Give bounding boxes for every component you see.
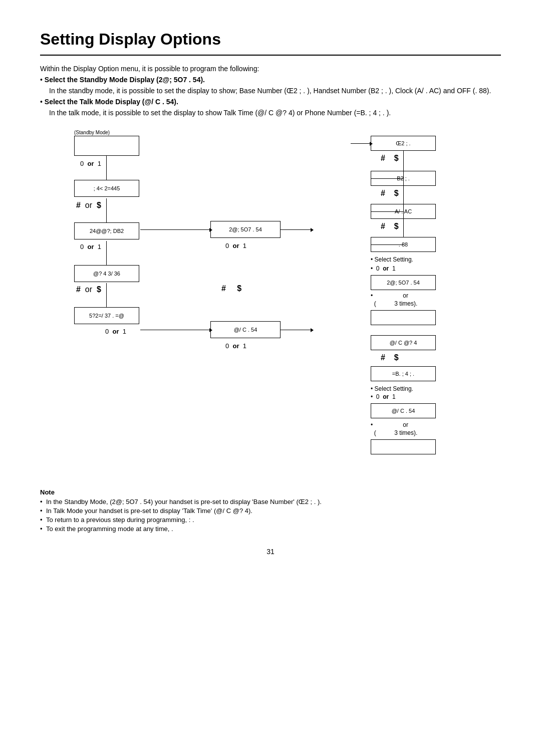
box-left2: ; 4< 2=445: [74, 180, 139, 197]
arrow-to-right1: [351, 143, 370, 144]
hline-right2: [371, 178, 403, 179]
select-setting2b: • 0 or 1: [371, 393, 396, 400]
arrow-down4: [106, 283, 107, 308]
or-3times-top: ( 3 times).: [371, 300, 417, 307]
vline-right1: [403, 151, 404, 237]
select-setting2: • Select Setting.: [371, 385, 413, 392]
bullet1-text: In the standby mode, it is possible to s…: [49, 87, 501, 95]
arrow-down1: [106, 156, 107, 181]
box-left4: @? 4 3/ 36: [74, 265, 139, 282]
box-right8: @/ C . 54: [371, 403, 436, 418]
intro-text: Within the Display Option menu, it is po…: [40, 65, 501, 73]
hline-right4: [371, 244, 403, 245]
arrow-center1-right: [281, 229, 311, 230]
arrow-left-center1: [140, 229, 209, 230]
box-right7: =B. ; 4 ; .: [371, 366, 436, 381]
box-left1: [74, 136, 139, 156]
hash-dollar-center: # $: [221, 284, 241, 293]
or-dollar-label2: # or $: [76, 285, 101, 294]
box-right-empty1: [371, 310, 436, 325]
or-label-top: • or: [371, 292, 408, 299]
hash-dollar-right6: # $: [381, 353, 399, 362]
or1-label3: 0 or 1: [105, 328, 126, 335]
standby-mode-label: (Standby Mode): [74, 130, 110, 135]
or-label-bottom: • or: [371, 421, 408, 428]
arrow-center2-right: [281, 330, 311, 330]
or1-center2: 0 or 1: [225, 342, 246, 350]
arrow-down3: [106, 241, 107, 266]
hash-dollar-right3: # $: [381, 222, 399, 231]
or1-label2: 0 or 1: [80, 243, 101, 250]
box-center2: @/ C . 54: [210, 321, 281, 338]
box-right1: Œ2 ; .: [371, 136, 436, 151]
select-setting1b: • 0 or 1: [371, 265, 396, 272]
or1-center1: 0 or 1: [225, 242, 246, 249]
bullet2-label: Select the Talk Mode Display (@/ C . 54)…: [45, 98, 178, 106]
note-list: In the Standby Mode, (2@; 5O7 . 54) your…: [40, 498, 501, 533]
box-right6: @/ C @? 4: [371, 335, 436, 350]
note-item-4: To exit the programming mode at any time…: [40, 525, 501, 533]
note-item-3: To return to a previous step during prog…: [40, 516, 501, 524]
box-left3: 24@@?; DB2: [74, 222, 139, 239]
page-number: 31: [40, 548, 501, 556]
or-3times-bottom: ( 3 times).: [371, 429, 417, 436]
box-right-empty2: [371, 439, 436, 454]
or-dollar-label1: # or $: [76, 201, 101, 210]
hash-dollar-right1: # $: [381, 154, 399, 163]
bullet1-label: Select the Standby Mode Display (2@; 5O7…: [45, 76, 205, 84]
arrow-down2: [106, 198, 107, 223]
bullet2-text: In the talk mode, it is possible to set …: [49, 109, 501, 117]
note-section: Note In the Standby Mode, (2@; 5O7 . 54)…: [40, 488, 501, 533]
box-right5: 2@; 5O7 . 54: [371, 275, 436, 290]
bullet1: • Select the Standby Mode Display (2@; 5…: [40, 76, 501, 84]
hline-right3: [371, 211, 403, 212]
box-left5: 5?2=/ 37 . =@: [74, 307, 139, 324]
arrow-left-center2: [140, 330, 209, 330]
page-title: Setting Display Options: [40, 30, 501, 49]
hash-dollar-right2: # $: [381, 189, 399, 198]
box-center1: 2@; 5O7 . 54: [210, 221, 281, 238]
note-title: Note: [40, 488, 501, 496]
title-divider: [40, 55, 501, 56]
or1-label1: 0 or 1: [80, 160, 101, 167]
note-item-2: In Talk Mode your handset is pre-set to …: [40, 507, 501, 515]
select-setting1: • Select Setting.: [371, 256, 413, 263]
diagram: (Standby Mode) 0 or 1 ; 4< 2=445 # or $ …: [40, 126, 501, 476]
bullet2: • Select the Talk Mode Display (@/ C . 5…: [40, 98, 501, 106]
note-item-1: In the Standby Mode, (2@; 5O7 . 54) your…: [40, 498, 501, 506]
